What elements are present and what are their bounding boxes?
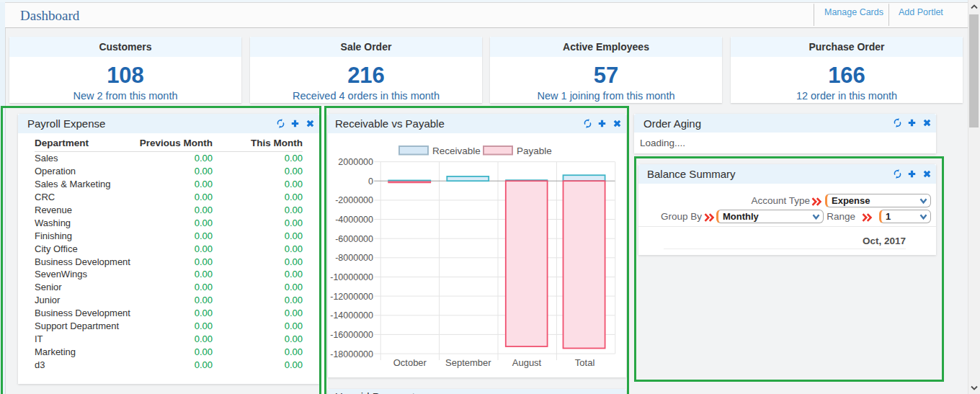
svg-text:-8000000: -8000000	[335, 253, 373, 263]
svg-text:Total: Total	[575, 357, 595, 368]
svg-text:Receivable: Receivable	[432, 145, 481, 156]
svg-text:0: 0	[368, 176, 373, 187]
svg-text:September: September	[445, 357, 491, 368]
svg-text:-14000000: -14000000	[330, 310, 373, 321]
svg-text:2000000: 2000000	[338, 157, 373, 167]
svg-text:October: October	[393, 357, 427, 368]
svg-text:-2000000: -2000000	[335, 195, 373, 205]
svg-text:-6000000: -6000000	[335, 234, 373, 244]
svg-text:-4000000: -4000000	[335, 215, 373, 225]
svg-text:August: August	[512, 357, 542, 368]
svg-text:-12000000: -12000000	[330, 292, 373, 302]
svg-text:-10000000: -10000000	[330, 272, 373, 282]
svg-text:-18000000: -18000000	[330, 349, 373, 359]
svg-text:Payable: Payable	[517, 145, 552, 156]
svg-text:-16000000: -16000000	[330, 330, 373, 340]
